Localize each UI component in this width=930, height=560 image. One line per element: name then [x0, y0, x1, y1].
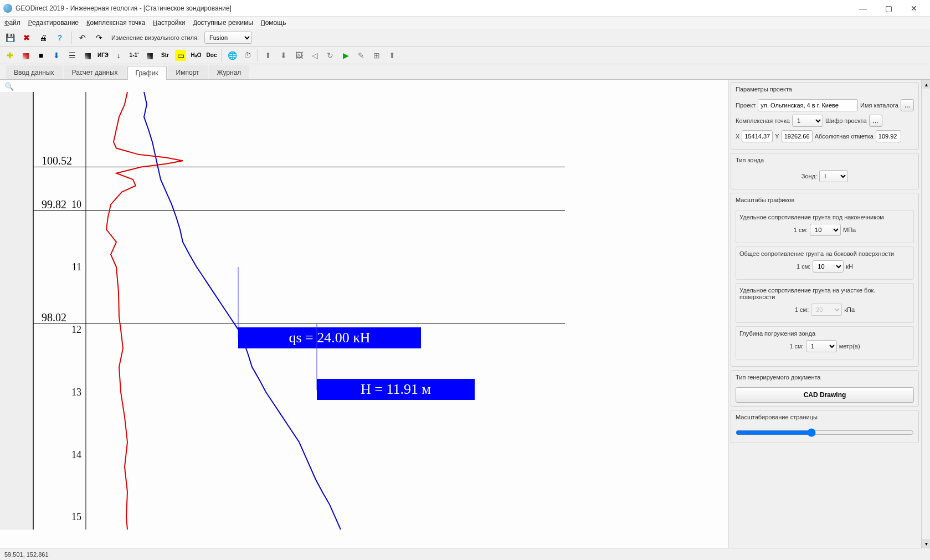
close-button[interactable]: ✕ [901, 0, 927, 17]
x-label: X [736, 133, 739, 140]
black-square-icon[interactable]: ■ [34, 49, 48, 62]
grid-red-icon[interactable]: ▦ [19, 49, 32, 62]
scroll-down-icon[interactable]: ▾ [922, 539, 930, 548]
redo-icon[interactable]: ↷ [93, 31, 106, 44]
svg-text:100.52: 100.52 [42, 155, 72, 167]
image-icon[interactable]: 🖼 [292, 49, 306, 62]
catalog-browse-button[interactable]: ... [901, 99, 914, 111]
y-label: Y [775, 133, 779, 140]
svg-text:10: 10 [71, 199, 81, 210]
cipher-browse-button[interactable]: ... [869, 115, 882, 127]
side-total-select[interactable]: 10 [813, 260, 844, 273]
probe-label: Зонд: [801, 173, 817, 179]
tab-chart[interactable]: График [127, 66, 167, 80]
style-select[interactable]: Fusion [204, 32, 252, 44]
probe-select[interactable]: I [819, 170, 848, 182]
scales-title: Масштабы графиков [731, 193, 918, 207]
cone-select[interactable]: 10 [810, 224, 841, 236]
probe-type-title: Тип зонда [731, 153, 918, 167]
project-label: Проект [736, 102, 756, 109]
svg-text:99.82: 99.82 [42, 198, 66, 210]
menu-file[interactable]: Файл [4, 19, 20, 27]
x-input[interactable] [742, 130, 773, 142]
menu-edit[interactable]: Редактирование [28, 19, 79, 27]
tabs: Ввод данных Расчет данных График Импорт … [0, 64, 930, 80]
grid-icon[interactable]: ▦ [143, 49, 156, 62]
doc-button[interactable]: Doc [205, 49, 218, 62]
depth-label: Глубина погружения зонда [739, 330, 910, 337]
svg-text:13: 13 [71, 387, 81, 398]
tab-journal[interactable]: Журнал [209, 65, 250, 79]
table-icon[interactable]: ▦ [81, 49, 94, 62]
menu-modes[interactable]: Доступные режимы [193, 19, 253, 27]
nav-down-icon[interactable]: ⬇ [277, 49, 290, 62]
time-icon[interactable]: ⏱ [241, 49, 254, 62]
side-panel: Параметры проекта Проект Имя каталога ..… [728, 80, 921, 548]
side-local-select: 20 [811, 304, 842, 316]
scales-group: Масштабы графиков Удельное сопротивление… [731, 193, 919, 367]
section-button[interactable]: 1-1' [127, 49, 141, 62]
str-button[interactable]: Str [158, 49, 172, 62]
page-scale-slider[interactable] [736, 428, 914, 437]
y-input[interactable] [782, 130, 813, 142]
maximize-button[interactable]: ▢ [876, 0, 901, 17]
scroll-up-icon[interactable]: ▴ [922, 80, 930, 89]
vertical-scrollbar[interactable]: ▴ ▾ [921, 80, 930, 548]
menu-help[interactable]: Помощь [261, 19, 286, 27]
legend-icon[interactable]: ▭ [174, 49, 187, 62]
h2o-button[interactable]: H₂O [189, 49, 203, 62]
ige-button[interactable]: ИГЭ [96, 49, 110, 62]
help-icon[interactable]: ? [53, 31, 66, 44]
add-point-icon[interactable]: ✚ [3, 49, 17, 62]
prev-icon[interactable]: ◁ [308, 49, 321, 62]
svg-text:qs = 24.00 кН: qs = 24.00 кН [289, 330, 370, 346]
abs-label: Абсолютная отметка [815, 133, 874, 140]
tab-calc[interactable]: Расчет данных [64, 65, 126, 79]
zoom-icon[interactable]: 🔍 [3, 81, 14, 92]
tab-input[interactable]: Ввод данных [6, 65, 63, 79]
style-label: Изменение визуального стиля: [111, 34, 199, 41]
play-icon[interactable]: ▶ [339, 49, 352, 62]
point-label: Комплексная точка [736, 117, 790, 124]
menu-complex-point[interactable]: Комплексная точка [86, 19, 145, 27]
probe-type-group: Тип зонда Зонд: I [731, 153, 919, 189]
save-icon[interactable]: 💾 [3, 31, 17, 44]
abs-input[interactable] [876, 130, 901, 142]
layout-icon[interactable]: ⊞ [370, 49, 383, 62]
side-local-label: Удельное сопротивление грунта на участке… [739, 287, 910, 300]
refresh-icon[interactable]: ↻ [323, 49, 337, 62]
point-select[interactable]: 1 [792, 115, 823, 127]
chart-svg: 101112131415100.5299.8298.02qs = 24.00 к… [0, 92, 568, 530]
upload-icon[interactable]: ⬆ [386, 49, 399, 62]
nav-up-icon[interactable]: ⬆ [261, 49, 275, 62]
download-icon[interactable]: ⬇ [50, 49, 63, 62]
titlebar: GEODirect 2019 - Инженерная геология - [… [0, 0, 930, 17]
menubar: Файл Редактирование Комплексная точка На… [0, 17, 930, 29]
doc-type-title: Тип генерируемого документа [731, 371, 918, 384]
minimize-button[interactable]: — [850, 0, 876, 17]
menu-settings[interactable]: Настройки [153, 19, 185, 27]
list-icon[interactable]: ☰ [65, 49, 79, 62]
delete-icon[interactable]: ✖ [20, 31, 33, 44]
doc-type-group: Тип генерируемого документа CAD Drawing [731, 370, 919, 407]
page-scale-title: Масштабирование страницы [731, 410, 918, 424]
svg-text:12: 12 [71, 324, 81, 335]
svg-text:11: 11 [72, 261, 81, 273]
depth-select[interactable]: 1 [806, 340, 837, 352]
undo-icon[interactable]: ↶ [76, 31, 89, 44]
tab-import[interactable]: Импорт [168, 65, 208, 79]
cipher-label: Шифр проекта [825, 117, 867, 124]
svg-text:14: 14 [71, 449, 81, 460]
svg-text:H = 11.91 м: H = 11.91 м [361, 381, 431, 397]
globe-icon[interactable]: 🌐 [225, 49, 239, 62]
arrow-down-icon[interactable]: ↓ [112, 49, 125, 62]
chart-area[interactable]: 🔍 101112131415100.5299.8298.02qs = 24.00… [0, 80, 728, 548]
project-input[interactable] [758, 99, 858, 111]
print-icon[interactable]: 🖨 [37, 31, 50, 44]
app-icon [3, 4, 12, 13]
toolbar-secondary: ✚ ▦ ■ ⬇ ☰ ▦ ИГЭ ↓ 1-1' ▦ Str ▭ H₂O Doc 🌐… [0, 47, 930, 64]
cone-label: Удельное сопротивление грунта под наконе… [739, 214, 910, 220]
doc-type-button[interactable]: CAD Drawing [736, 387, 914, 403]
edit-icon[interactable]: ✎ [354, 49, 368, 62]
statusbar: 59.501, 152.861 [0, 548, 930, 560]
